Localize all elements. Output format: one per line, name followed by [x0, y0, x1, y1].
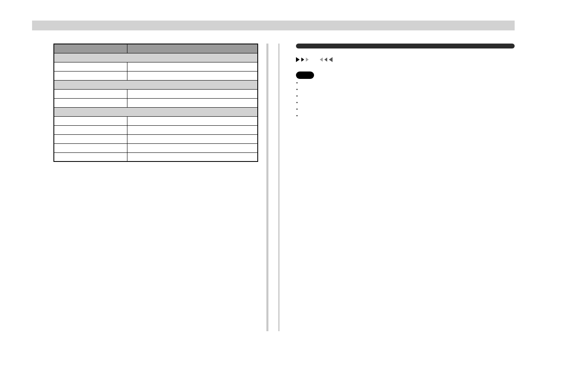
table-row [54, 143, 258, 152]
table-group-1-label [54, 53, 258, 62]
header-band [32, 21, 515, 30]
table-row [54, 134, 258, 143]
table-group-1 [54, 53, 258, 62]
cell-key [54, 116, 127, 125]
cell-val [127, 62, 258, 71]
table-row [54, 98, 258, 107]
table-group-3-label [54, 107, 258, 116]
column-divider-thin [278, 44, 280, 331]
table-row [54, 152, 258, 161]
table-row [54, 125, 258, 134]
list-item [302, 106, 510, 111]
cell-val [127, 116, 258, 125]
column-divider-thick [266, 44, 268, 331]
table-group-3 [54, 107, 258, 116]
note-body [296, 71, 510, 79]
cell-val [127, 89, 258, 98]
page [32, 21, 515, 331]
note-bullet-list [296, 80, 510, 118]
list-item [302, 86, 510, 91]
table-group-2-label [54, 80, 258, 89]
section-title-pill [296, 44, 515, 48]
rewind-icon [320, 57, 333, 62]
table-row [54, 89, 258, 98]
list-item [302, 93, 510, 98]
cell-val [127, 98, 258, 107]
two-column-layout [32, 44, 515, 331]
cell-val [127, 125, 258, 134]
cell-key [54, 62, 127, 71]
cell-val [127, 152, 258, 161]
cell-val [127, 71, 258, 80]
cell-val [127, 143, 258, 152]
column-left [32, 44, 258, 162]
table-header-col1 [54, 44, 127, 53]
settings-table [53, 44, 258, 162]
cell-val [127, 134, 258, 143]
fast-forward-icon [296, 57, 309, 62]
list-item [302, 80, 510, 85]
note-area [296, 71, 510, 118]
note-badge [296, 71, 314, 79]
list-item [302, 99, 510, 104]
table-row [54, 116, 258, 125]
cell-key [54, 89, 127, 98]
icon-row [296, 56, 515, 62]
cell-key [54, 71, 127, 80]
cell-key [54, 98, 127, 107]
cell-key [54, 152, 127, 161]
cell-key [54, 143, 127, 152]
table-header-col2 [127, 44, 258, 53]
table-header-row [54, 44, 258, 53]
table-row [54, 62, 258, 71]
cell-key [54, 134, 127, 143]
list-item [302, 113, 510, 118]
block-fastforward [296, 56, 515, 62]
table-row [54, 71, 258, 80]
column-right [288, 44, 515, 119]
cell-key [54, 125, 127, 134]
table-group-2 [54, 80, 258, 89]
